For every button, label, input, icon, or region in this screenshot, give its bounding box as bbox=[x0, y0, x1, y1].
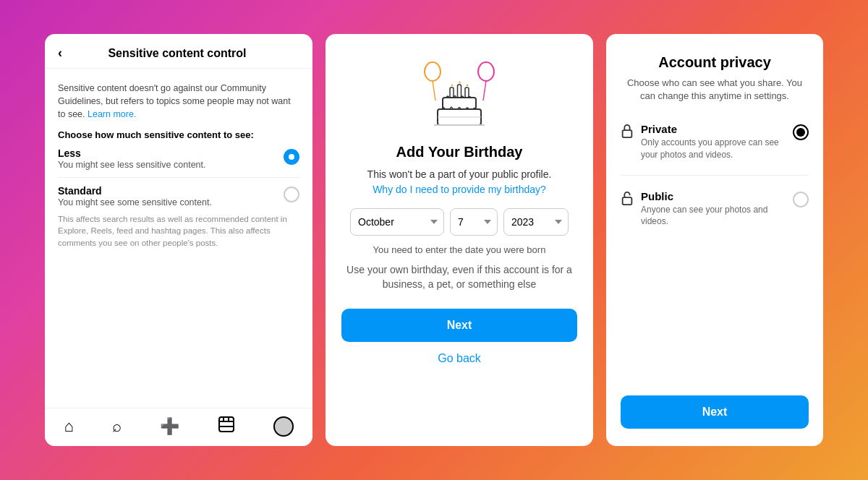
add-icon[interactable]: ➕ bbox=[160, 417, 179, 436]
learn-more-link[interactable]: Learn more. bbox=[88, 109, 136, 119]
svg-rect-11 bbox=[465, 87, 469, 98]
go-back-button[interactable]: Go back bbox=[438, 352, 481, 365]
date-selects: October JanuaryFebruaryMarch AprilMayJun… bbox=[350, 208, 569, 236]
lock-open-icon bbox=[621, 191, 634, 209]
standard-option-desc: You might see some sensitive content. bbox=[58, 197, 284, 207]
standard-option-title: Standard bbox=[58, 185, 284, 197]
birthday-error-text: You need to enter the date you were born bbox=[373, 244, 546, 255]
panel3-spacer bbox=[621, 260, 809, 395]
less-radio[interactable] bbox=[284, 149, 299, 165]
public-title: Public bbox=[641, 190, 793, 202]
standard-option-row: Standard You might see some sensitive co… bbox=[58, 185, 299, 207]
use-own-birthday-text: Use your own birthday, even if this acco… bbox=[341, 262, 577, 292]
day-select[interactable]: 7 12345 68910 bbox=[450, 208, 498, 236]
svg-line-6 bbox=[433, 81, 435, 100]
privacy-divider bbox=[621, 175, 809, 176]
bottom-nav: ⌂ ⌕ ➕ bbox=[45, 408, 312, 446]
birthday-subtitle: This won't be a part of your public prof… bbox=[367, 168, 552, 182]
public-radio[interactable] bbox=[793, 192, 809, 207]
privacy-next-button[interactable]: Next bbox=[621, 395, 809, 429]
privacy-options: Private Only accounts you approve can se… bbox=[621, 123, 809, 259]
private-option: Private Only accounts you approve can se… bbox=[621, 123, 809, 160]
birthday-panel: Add Your Birthday This won't be a part o… bbox=[326, 34, 593, 446]
less-option-row: Less You might see less sensitive conten… bbox=[58, 147, 299, 170]
sensitive-content-panel: ‹ Sensitive content control Sensitive co… bbox=[45, 34, 312, 446]
svg-rect-17 bbox=[623, 197, 632, 205]
public-desc: Anyone can see your photos and videos. bbox=[641, 204, 793, 227]
private-radio[interactable] bbox=[793, 124, 809, 140]
account-privacy-panel: Account privacy Choose who can see what … bbox=[606, 34, 823, 446]
panel1-header: ‹ Sensitive content control bbox=[45, 34, 312, 69]
less-option-title: Less bbox=[58, 147, 284, 159]
back-arrow-icon[interactable]: ‹ bbox=[58, 46, 62, 61]
svg-rect-10 bbox=[458, 85, 461, 98]
panel1-note: This affects search results as well as r… bbox=[58, 213, 299, 248]
svg-point-7 bbox=[478, 62, 494, 81]
lock-closed-icon bbox=[621, 124, 634, 142]
less-option-desc: You might see less sensitive content. bbox=[58, 160, 284, 170]
birthday-title: Add Your Birthday bbox=[396, 144, 523, 160]
standard-radio[interactable] bbox=[284, 187, 299, 202]
birthday-cake-illustration bbox=[412, 56, 506, 135]
svg-rect-0 bbox=[219, 417, 234, 432]
year-select[interactable]: 2023202220212020 2010200019901980 bbox=[503, 208, 569, 236]
choose-label: Choose how much sensitive content to see… bbox=[58, 129, 299, 140]
panel1-description: Sensitive content doesn't go against our… bbox=[58, 82, 299, 121]
birthday-next-button[interactable]: Next bbox=[341, 309, 577, 342]
private-desc: Only accounts you approve can see your p… bbox=[641, 137, 793, 160]
profile-avatar[interactable] bbox=[273, 416, 294, 437]
panel1-title: Sensitive content control bbox=[69, 47, 299, 60]
search-icon[interactable]: ⌕ bbox=[112, 417, 122, 436]
divider bbox=[58, 177, 299, 178]
privacy-subtitle: Choose who can see what you share. You c… bbox=[621, 77, 809, 103]
privacy-title: Account privacy bbox=[621, 54, 809, 71]
private-title: Private bbox=[641, 123, 793, 135]
reels-icon[interactable] bbox=[218, 416, 235, 437]
birthday-link[interactable]: Why do I need to provide my birthday? bbox=[373, 184, 546, 195]
svg-rect-16 bbox=[623, 130, 632, 137]
svg-line-8 bbox=[483, 81, 486, 100]
home-icon[interactable]: ⌂ bbox=[64, 417, 73, 436]
public-option: Public Anyone can see your photos and vi… bbox=[621, 190, 809, 227]
svg-point-5 bbox=[425, 62, 441, 81]
svg-rect-9 bbox=[450, 87, 454, 98]
month-select[interactable]: October JanuaryFebruaryMarch AprilMayJun… bbox=[350, 208, 444, 236]
